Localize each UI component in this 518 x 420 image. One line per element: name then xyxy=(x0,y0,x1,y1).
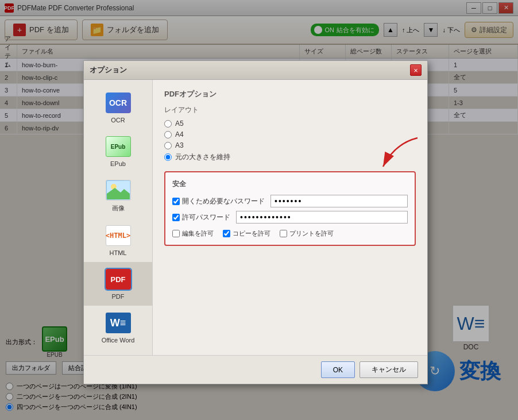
security-title: 安全 xyxy=(172,179,408,189)
modal-title: オプション xyxy=(90,65,127,75)
ocr-icon: OCR xyxy=(106,93,131,113)
modal-titlebar: オプション × xyxy=(84,61,427,80)
radio-a4-input[interactable] xyxy=(164,131,172,138)
radio-a4-label: A4 xyxy=(175,130,184,138)
cancel-button[interactable]: キャンセル xyxy=(359,361,418,378)
nav-pdf-label: PDF xyxy=(112,293,125,300)
allow-password-checkbox[interactable] xyxy=(172,214,180,221)
copy-permission-checkbox[interactable] xyxy=(223,230,230,237)
security-section: 安全 開くため必要なパスワード 許可パスワード xyxy=(164,171,416,246)
radio-a5: A5 xyxy=(164,120,416,128)
image-icon-nav xyxy=(106,180,131,201)
modal-body: OCR OCR EPub EPub 画像 xyxy=(84,80,427,355)
allow-password-label[interactable]: 許可パスワード xyxy=(172,213,230,222)
modal-close-button[interactable]: × xyxy=(410,64,422,76)
print-permission-checkbox[interactable] xyxy=(280,230,287,237)
nav-ocr-label: OCR xyxy=(111,117,125,124)
nav-image-label: 画像 xyxy=(112,204,125,213)
open-password-row: 開くため必要なパスワード xyxy=(172,195,408,207)
allow-password-input[interactable] xyxy=(236,211,408,224)
radio-a5-input[interactable] xyxy=(164,120,172,128)
open-password-label[interactable]: 開くため必要なパスワード xyxy=(172,196,265,206)
radio-a3-label: A3 xyxy=(175,141,184,149)
copy-permission: コピーを許可 xyxy=(223,229,270,238)
nav-item-word[interactable]: W≡ Office Word xyxy=(84,306,152,349)
copy-permission-label: コピーを許可 xyxy=(233,229,270,238)
html-nav-icon: <HTML> xyxy=(105,224,132,247)
modal-content: PDFオプション レイアウト A5 A4 A3 xyxy=(153,80,427,355)
allow-password-row: 許可パスワード xyxy=(172,211,408,224)
html-icon-nav: <HTML> xyxy=(106,225,131,246)
nav-html-label: HTML xyxy=(110,249,127,256)
nav-epub-label: EPub xyxy=(110,160,126,167)
modal-footer: OK キャンセル xyxy=(84,355,427,384)
nav-item-image[interactable]: 画像 xyxy=(84,173,152,218)
edit-permission: 編集を許可 xyxy=(172,229,214,238)
modal-overlay: オプション × OCR OCR EPub EPub xyxy=(0,0,518,420)
nav-item-ocr[interactable]: OCR OCR xyxy=(84,86,152,129)
edit-permission-label: 編集を許可 xyxy=(182,229,214,238)
arrow-annotation xyxy=(372,132,429,180)
nav-word-label: Office Word xyxy=(102,337,135,344)
word-icon-nav: W≡ xyxy=(106,313,131,333)
pdf-nav-icon: PDF xyxy=(105,268,132,291)
print-permission: プリントを許可 xyxy=(280,229,334,238)
edit-permission-checkbox[interactable] xyxy=(172,230,180,237)
layout-title: レイアウト xyxy=(164,105,416,115)
modal-sidebar: OCR OCR EPub EPub 画像 xyxy=(84,80,153,355)
ocr-nav-icon: OCR xyxy=(105,91,132,114)
radio-original-input[interactable] xyxy=(164,153,172,161)
nav-item-epub[interactable]: EPub EPub xyxy=(84,129,152,173)
open-password-checkbox[interactable] xyxy=(172,198,180,205)
pdf-icon-nav: PDF xyxy=(106,269,131,290)
word-nav-icon: W≡ xyxy=(105,311,132,334)
print-permission-label: プリントを許可 xyxy=(289,229,334,238)
radio-original-label: 元の大きさを維持 xyxy=(175,152,230,162)
pdf-options-title: PDFオプション xyxy=(164,89,416,99)
nav-item-pdf[interactable]: PDF PDF xyxy=(84,262,152,306)
allow-password-text: 許可パスワード xyxy=(182,213,230,222)
radio-a5-label: A5 xyxy=(175,120,184,128)
options-modal: オプション × OCR OCR EPub EPub xyxy=(83,60,428,384)
epub-nav-icon: EPub xyxy=(105,135,132,158)
nav-item-html[interactable]: <HTML> HTML xyxy=(84,218,152,262)
open-password-input[interactable] xyxy=(270,195,408,207)
permission-row: 編集を許可 コピーを許可 プリントを許可 xyxy=(172,227,408,238)
open-password-text: 開くため必要なパスワード xyxy=(182,196,265,206)
radio-a3-input[interactable] xyxy=(164,142,172,149)
epub-icon-nav: EPub xyxy=(106,136,131,157)
ok-button[interactable]: OK xyxy=(321,361,355,378)
image-nav-icon xyxy=(105,179,132,202)
close-icon: × xyxy=(413,66,418,75)
